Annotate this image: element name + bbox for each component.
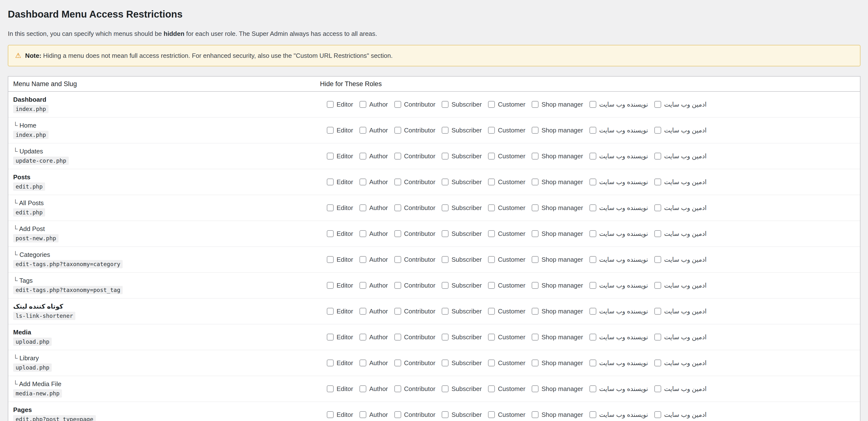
role-checkbox-item[interactable]: ادمین وب سایت (654, 282, 707, 289)
role-checkbox-item[interactable]: ادمین وب سایت (654, 359, 707, 367)
role-checkbox-item[interactable]: Customer (488, 333, 525, 341)
role-checkbox-item[interactable]: Customer (488, 308, 525, 315)
role-checkbox-item[interactable]: Author (360, 178, 388, 186)
role-checkbox[interactable] (360, 308, 366, 314)
role-checkbox[interactable] (654, 385, 661, 392)
role-checkbox[interactable] (327, 127, 334, 134)
role-checkbox-item[interactable]: ادمین وب سایت (654, 101, 707, 108)
role-checkbox-item[interactable]: ادمین وب سایت (654, 127, 707, 134)
role-checkbox-item[interactable]: Editor (327, 127, 353, 134)
role-checkbox-item[interactable]: نویسنده وب سایت (589, 256, 648, 264)
role-checkbox-item[interactable]: Contributor (394, 308, 436, 315)
role-checkbox-item[interactable]: Shop manager (532, 308, 583, 315)
role-checkbox-item[interactable]: Shop manager (532, 385, 583, 393)
role-checkbox[interactable] (589, 308, 596, 314)
role-checkbox-item[interactable]: نویسنده وب سایت (589, 204, 648, 212)
role-checkbox[interactable] (488, 230, 495, 237)
role-checkbox[interactable] (327, 411, 334, 418)
role-checkbox[interactable] (360, 360, 366, 366)
role-checkbox[interactable] (394, 230, 401, 237)
role-checkbox[interactable] (589, 385, 596, 392)
role-checkbox-item[interactable]: Author (360, 282, 388, 289)
role-checkbox[interactable] (327, 230, 334, 237)
role-checkbox[interactable] (394, 385, 401, 392)
role-checkbox-item[interactable]: Editor (327, 308, 353, 315)
role-checkbox-item[interactable]: Subscriber (442, 230, 482, 238)
role-checkbox-item[interactable]: Customer (488, 256, 525, 264)
role-checkbox[interactable] (327, 101, 334, 108)
role-checkbox-item[interactable]: Shop manager (532, 333, 583, 341)
role-checkbox[interactable] (488, 411, 495, 418)
role-checkbox-item[interactable]: Editor (327, 178, 353, 186)
role-checkbox[interactable] (654, 127, 661, 134)
role-checkbox[interactable] (654, 282, 661, 289)
role-checkbox[interactable] (442, 334, 448, 340)
role-checkbox-item[interactable]: Author (360, 256, 388, 264)
role-checkbox[interactable] (654, 101, 661, 108)
role-checkbox-item[interactable]: Editor (327, 230, 353, 238)
role-checkbox[interactable] (654, 360, 661, 366)
role-checkbox-item[interactable]: نویسنده وب سایت (589, 359, 648, 367)
role-checkbox[interactable] (654, 204, 661, 211)
role-checkbox-item[interactable]: نویسنده وب سایت (589, 230, 648, 238)
role-checkbox-item[interactable]: Author (360, 152, 388, 160)
role-checkbox-item[interactable]: Contributor (394, 411, 436, 419)
role-checkbox[interactable] (654, 411, 661, 418)
role-checkbox-item[interactable]: ادمین وب سایت (654, 385, 707, 393)
role-checkbox[interactable] (394, 256, 401, 263)
role-checkbox[interactable] (532, 334, 538, 340)
role-checkbox[interactable] (488, 256, 495, 263)
role-checkbox-item[interactable]: Customer (488, 411, 525, 419)
role-checkbox-item[interactable]: نویسنده وب سایت (589, 308, 648, 315)
role-checkbox[interactable] (589, 334, 596, 340)
role-checkbox[interactable] (327, 360, 334, 366)
role-checkbox[interactable] (327, 385, 334, 392)
role-checkbox-item[interactable]: Author (360, 101, 388, 108)
role-checkbox-item[interactable]: Shop manager (532, 411, 583, 419)
role-checkbox[interactable] (532, 282, 538, 289)
role-checkbox-item[interactable]: Subscriber (442, 282, 482, 289)
role-checkbox-item[interactable]: Shop manager (532, 127, 583, 134)
role-checkbox[interactable] (442, 308, 448, 314)
role-checkbox[interactable] (327, 204, 334, 211)
role-checkbox-item[interactable]: Contributor (394, 101, 436, 108)
role-checkbox-item[interactable]: Editor (327, 204, 353, 212)
role-checkbox[interactable] (360, 153, 366, 159)
role-checkbox-item[interactable]: Customer (488, 204, 525, 212)
role-checkbox[interactable] (394, 153, 401, 159)
role-checkbox[interactable] (589, 101, 596, 108)
role-checkbox-item[interactable]: ادمین وب سایت (654, 178, 707, 186)
role-checkbox-item[interactable]: ادمین وب سایت (654, 230, 707, 238)
role-checkbox-item[interactable]: نویسنده وب سایت (589, 333, 648, 341)
role-checkbox[interactable] (442, 127, 448, 134)
role-checkbox[interactable] (360, 256, 366, 263)
role-checkbox-item[interactable]: Shop manager (532, 101, 583, 108)
role-checkbox[interactable] (488, 127, 495, 134)
role-checkbox[interactable] (488, 360, 495, 366)
role-checkbox[interactable] (654, 230, 661, 237)
role-checkbox[interactable] (532, 127, 538, 134)
role-checkbox[interactable] (532, 308, 538, 314)
role-checkbox[interactable] (394, 411, 401, 418)
role-checkbox-item[interactable]: Author (360, 204, 388, 212)
role-checkbox-item[interactable]: Author (360, 308, 388, 315)
role-checkbox[interactable] (488, 153, 495, 159)
role-checkbox-item[interactable]: Subscriber (442, 152, 482, 160)
role-checkbox-item[interactable]: Customer (488, 152, 525, 160)
role-checkbox[interactable] (360, 411, 366, 418)
role-checkbox-item[interactable]: Shop manager (532, 256, 583, 264)
role-checkbox[interactable] (327, 282, 334, 289)
role-checkbox-item[interactable]: Editor (327, 333, 353, 341)
role-checkbox-item[interactable]: Contributor (394, 127, 436, 134)
role-checkbox[interactable] (442, 282, 448, 289)
role-checkbox-item[interactable]: ادمین وب سایت (654, 204, 707, 212)
role-checkbox[interactable] (394, 127, 401, 134)
role-checkbox-item[interactable]: Customer (488, 282, 525, 289)
role-checkbox[interactable] (394, 101, 401, 108)
role-checkbox-item[interactable]: Contributor (394, 178, 436, 186)
role-checkbox-item[interactable]: Customer (488, 178, 525, 186)
role-checkbox-item[interactable]: Customer (488, 230, 525, 238)
role-checkbox[interactable] (654, 334, 661, 340)
role-checkbox[interactable] (442, 153, 448, 159)
role-checkbox[interactable] (488, 385, 495, 392)
